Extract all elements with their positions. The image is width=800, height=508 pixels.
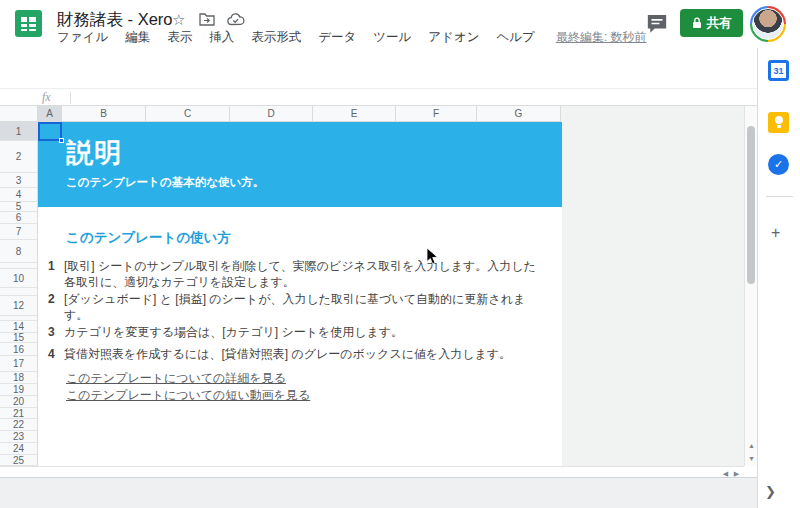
banner-subtitle: このテンプレートの基本的な使い方。 [66, 175, 264, 190]
banner-title: 説明 [66, 135, 122, 171]
step-3: 3 カテゴリを変更する場合は、[カテゴリ] シートを使用します。 [48, 324, 548, 340]
horizontal-scrollbar[interactable]: ◀ ▶ [0, 466, 744, 477]
cloud-saved-icon[interactable] [227, 13, 245, 26]
row-header[interactable]: 21 [0, 408, 38, 419]
row-header[interactable]: 19 [0, 384, 38, 396]
row-header[interactable]: 7 [0, 224, 38, 240]
menu-insert[interactable]: 挿入 [209, 30, 234, 44]
select-all-corner[interactable] [0, 106, 38, 122]
row-header[interactable]: 16 [0, 343, 38, 356]
menu-help[interactable]: ヘルプ [497, 30, 535, 44]
column-headers: A B C D E F G [38, 106, 561, 122]
scroll-up-button[interactable]: ▲ [746, 440, 757, 451]
video-link[interactable]: このテンプレートについての短い動画を見る [66, 387, 310, 404]
keep-icon[interactable] [768, 112, 789, 133]
row-header[interactable]: 17 [0, 356, 38, 372]
row-header[interactable]: 25 [0, 455, 38, 466]
row-header[interactable]: 20 [0, 396, 38, 408]
calendar-icon[interactable]: 31 [768, 60, 789, 81]
formula-bar-separator [70, 92, 71, 104]
star-icon[interactable]: ☆ [172, 11, 185, 29]
get-addons-button[interactable]: + [771, 224, 780, 242]
share-button[interactable]: 共有 [680, 9, 743, 37]
menu-data[interactable]: データ [318, 30, 356, 44]
row-header[interactable]: 18 [0, 372, 38, 384]
row-header[interactable]: 12 [0, 296, 38, 316]
companion-sidebar: 31 ✓ + ❯ [757, 48, 800, 508]
vertical-scrollbar-thumb[interactable] [747, 126, 755, 284]
move-to-folder-icon[interactable] [199, 12, 215, 26]
column-header-c[interactable]: C [146, 106, 230, 122]
step-4: 4 貸借対照表を作成するには、[貸借対照表] のグレーのボックスに値を入力します… [48, 346, 548, 362]
comment-history-icon[interactable] [646, 13, 668, 34]
row-header[interactable]: 8 [0, 240, 38, 263]
row-header[interactable]: 4 [0, 188, 38, 202]
toolbar: 100%▼ ¥ % .0← .00→ 123▼ Roboto▼ 10▼ B I … [0, 48, 757, 88]
row-header[interactable]: 22 [0, 419, 38, 431]
top-bar: 財務諸表 - Xero ☆ ファイル編集表示挿入表示形式データツールアドオンヘル… [0, 0, 800, 48]
details-link[interactable]: このテンプレートについての詳細を見る [66, 370, 286, 387]
row-header[interactable]: 11 [0, 288, 38, 296]
usage-heading: このテンプレートの使い方 [66, 229, 231, 247]
row-header[interactable]: 3 [0, 173, 38, 188]
row-header[interactable]: 6 [0, 212, 38, 224]
menu-bar: ファイル編集表示挿入表示形式データツールアドオンヘルプ最終編集: 数秒前 [57, 29, 647, 47]
row-headers: 1 2 3 4 5 6 7 8 9 10 11 12 13 14 15 16 1… [0, 122, 38, 466]
step-1: 1 [取引] シートのサンプル取引を削除して、実際のビジネス取引を入力します。入… [48, 258, 548, 290]
row-header[interactable]: 23 [0, 431, 38, 443]
document-title[interactable]: 財務諸表 - Xero [57, 9, 173, 31]
sidebar-divider [766, 196, 793, 197]
row-header[interactable]: 5 [0, 202, 38, 212]
tasks-icon[interactable]: ✓ [768, 154, 789, 175]
column-header-a[interactable]: A [38, 106, 62, 122]
vertical-scrollbar[interactable]: ▲ ▼ [744, 106, 757, 466]
row-header[interactable]: 2 [0, 141, 38, 173]
scroll-down-button[interactable]: ▼ [746, 453, 757, 464]
sheet-canvas[interactable]: 説明 このテンプレートの基本的な使い方。 このテンプレートの使い方 1 [取引]… [38, 122, 562, 466]
column-header-g[interactable]: G [477, 106, 561, 122]
menu-edit[interactable]: 編集 [125, 30, 150, 44]
spreadsheet-grid[interactable]: A B C D E F G 1 2 3 4 5 6 7 8 9 10 11 12… [0, 106, 744, 466]
share-label: 共有 [707, 15, 732, 32]
menu-addons[interactable]: アドオン [428, 30, 479, 44]
last-edit-link[interactable]: 最終編集: 数秒前 [556, 30, 647, 44]
row-header[interactable]: 24 [0, 443, 38, 455]
collapse-panel-chevron-icon[interactable]: ❯ [765, 484, 776, 499]
menu-file[interactable]: ファイル [57, 30, 108, 44]
row-header[interactable]: 14 [0, 321, 38, 333]
step-2: 2 [ダッシュボード] と [損益] のシートが、入力した取引に基づいて自動的に… [48, 291, 548, 323]
column-header-f[interactable]: F [396, 106, 477, 122]
fx-label: fx [42, 90, 51, 105]
row-header[interactable]: 10 [0, 269, 38, 288]
menu-view[interactable]: 表示 [167, 30, 192, 44]
menu-tools[interactable]: ツール [373, 30, 411, 44]
header-banner: 説明 このテンプレートの基本的な使い方。 [38, 122, 562, 207]
row-header[interactable]: 15 [0, 333, 38, 343]
row-header[interactable]: 1 [0, 122, 38, 141]
column-header-d[interactable]: D [230, 106, 313, 122]
formula-bar[interactable]: fx [0, 88, 757, 106]
sheet-tab-bar: + 説明▼ ダッシュボード▼ 取引▼ 損益▼ 貸借対照表 ◀ ▶ [0, 477, 757, 508]
menu-format[interactable]: 表示形式 [251, 30, 301, 44]
selection-fill-handle[interactable] [59, 138, 64, 143]
column-header-b[interactable]: B [62, 106, 146, 122]
column-header-e[interactable]: E [313, 106, 396, 122]
account-avatar[interactable] [750, 6, 786, 42]
lock-icon [692, 17, 702, 29]
sheets-logo-icon[interactable] [15, 10, 42, 37]
avatar-photo [752, 8, 784, 40]
